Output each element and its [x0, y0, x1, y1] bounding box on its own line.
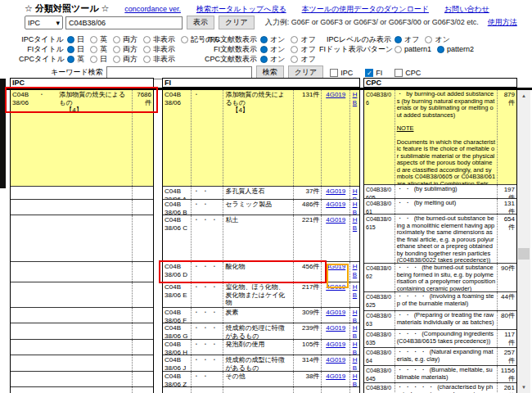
radio-option[interactable]: 英 [67, 54, 84, 65]
radio-icon[interactable] [291, 56, 298, 63]
radio-icon[interactable] [113, 36, 120, 43]
usage-link[interactable]: 使用方法 [488, 17, 517, 28]
radio-option[interactable]: 両方 [113, 54, 138, 65]
radio-icon[interactable] [90, 46, 97, 53]
radio-option[interactable]: オン [260, 54, 285, 65]
radio-option[interactable]: 非表示 [143, 54, 175, 65]
fi-count-cell: 314件 [293, 355, 322, 371]
fi-count-cell: 239件 [293, 323, 322, 339]
checkbox-option[interactable]: CPC [388, 69, 421, 77]
fi-handbook-link[interactable]: HB [353, 283, 358, 299]
title-note: 【4】 [59, 106, 130, 115]
fi-handbook-link[interactable]: HB [353, 263, 358, 278]
fi-theme-link[interactable]: 4G019 [326, 283, 345, 291]
ipc-row: C04B 38/06・添加物質の焼失によるもの【4】7686件 [11, 90, 153, 187]
radio-icon[interactable] [90, 56, 97, 63]
radio-option[interactable]: オン [425, 34, 449, 45]
checkbox-icon[interactable]: ✓ [365, 69, 373, 77]
fi-theme-link[interactable]: 4G019 [326, 324, 345, 332]
fi-empty-cell [349, 387, 359, 393]
search-row: IPC ▾ 表示 クリア 入力例: G06F or G06F3 or G06F3… [25, 16, 517, 29]
ipc-dots-cell [37, 262, 58, 282]
fi-theme-link[interactable]: 4G019 [326, 263, 345, 270]
fi-theme-link[interactable]: 4G019 [326, 216, 345, 224]
scrollbar-thumb[interactable] [518, 248, 530, 260]
cpc-scrollbar[interactable]: ▲ ▼ [517, 90, 530, 393]
fi-theme-link[interactable]: 4G019 [326, 309, 345, 316]
fi-handbook-link[interactable]: HB [353, 373, 358, 386]
radio-icon[interactable] [143, 46, 151, 53]
ipc-count-cell [132, 372, 153, 386]
radio-icon[interactable] [113, 46, 120, 53]
radio-icon[interactable] [291, 46, 298, 53]
classification-code-input[interactable] [65, 16, 183, 29]
classification-select[interactable]: IPC ▾ [25, 16, 63, 29]
radio-icon[interactable] [143, 56, 151, 63]
title-line: ・・・(the burned-out substance being forme… [397, 264, 496, 291]
fi-title-cell: 窒化物、ほう化物、炭化物またはケイ化物 [223, 282, 292, 307]
fi-handbook-link-cell: HB [349, 340, 359, 355]
radio-option[interactable]: オフ [291, 54, 315, 65]
cpc-count-cell: 257件 [497, 348, 516, 365]
radio-icon[interactable] [394, 46, 402, 53]
radio-icon[interactable] [394, 36, 402, 43]
fi-theme-link[interactable]: 4G019 [326, 91, 345, 98]
fi-theme-link[interactable]: 4G019 [326, 373, 345, 380]
title-line: ・・(by sublimating) [397, 186, 496, 193]
fi-row: C04B 38/06 H・・・発泡剤の使用105件4G019HB [163, 340, 359, 355]
radio-option-label: pattern1 [404, 45, 431, 53]
radio-icon[interactable] [67, 56, 74, 63]
ipc-empty-row [11, 200, 153, 215]
radio-icon[interactable] [67, 46, 74, 53]
radio-icon[interactable] [425, 36, 432, 43]
fi-handbook-link[interactable]: HB [353, 91, 358, 106]
data-download-link[interactable]: 本ツールの使用データのダウンロード [302, 4, 429, 15]
option-row: FIドット表示パターンpattern1pattern2 [319, 44, 480, 54]
cpc-text: (by sublimating) [414, 185, 458, 192]
fi-handbook-link[interactable]: HB [353, 341, 358, 355]
portal-top-link[interactable]: 検索ポータルトップへ戻る [196, 4, 286, 15]
radio-icon[interactable] [291, 36, 298, 43]
radio-icon[interactable] [67, 36, 74, 43]
scroll-up-icon[interactable]: ▲ [517, 90, 530, 102]
ipc-title-cell [57, 187, 132, 199]
fi-theme-link[interactable]: 4G019 [326, 356, 345, 364]
fi-theme-link-cell: 4G019 [321, 340, 349, 355]
fi-empty-row [163, 387, 359, 393]
ipc-title-cell [57, 355, 132, 371]
fi-theme-link[interactable]: 4G019 [326, 201, 345, 208]
radio-icon[interactable] [113, 56, 120, 63]
radio-icon[interactable] [181, 36, 188, 43]
radio-option[interactable]: pattern1 [394, 45, 431, 53]
fi-theme-link[interactable]: 4G019 [326, 187, 345, 195]
radio-option[interactable]: pattern2 [437, 45, 474, 53]
clear-button[interactable]: クリア [219, 16, 255, 29]
checkbox-option[interactable]: ✓FI [358, 69, 382, 77]
fi-handbook-link[interactable]: HB [353, 324, 358, 339]
radio-icon[interactable] [260, 36, 268, 43]
checkbox-icon[interactable] [330, 69, 338, 77]
show-button[interactable]: 表示 [187, 16, 214, 29]
scroll-down-icon[interactable]: ▼ [517, 382, 530, 393]
fi-handbook-link[interactable]: HB [353, 356, 358, 371]
checkbox-option[interactable]: IPC [323, 69, 353, 77]
radio-option[interactable]: 日 [90, 54, 107, 65]
cpc-row: C04B38/062・・・(the burned-out substance b… [364, 264, 516, 292]
fi-handbook-link[interactable]: HB [353, 216, 358, 232]
radio-icon[interactable] [143, 36, 151, 43]
radio-icon[interactable] [260, 46, 268, 53]
fi-handbook-link[interactable]: HB [353, 187, 358, 199]
radio-icon[interactable] [437, 46, 444, 53]
concordance-link[interactable]: concordance ver. [124, 5, 181, 13]
contact-link[interactable]: お問い合わせ [444, 4, 489, 15]
ipc-code-cell [11, 323, 37, 339]
radio-option[interactable]: オフ [394, 34, 419, 45]
cpc-dots: ・・ [397, 199, 413, 206]
radio-option-label: オン [435, 34, 449, 45]
fi-handbook-link[interactable]: HB [353, 201, 358, 215]
fi-theme-link[interactable]: 4G019 [326, 341, 345, 348]
fi-handbook-link[interactable]: HB [353, 309, 358, 323]
radio-icon[interactable] [90, 36, 97, 43]
checkbox-icon[interactable] [394, 69, 403, 77]
radio-icon[interactable] [260, 56, 268, 63]
